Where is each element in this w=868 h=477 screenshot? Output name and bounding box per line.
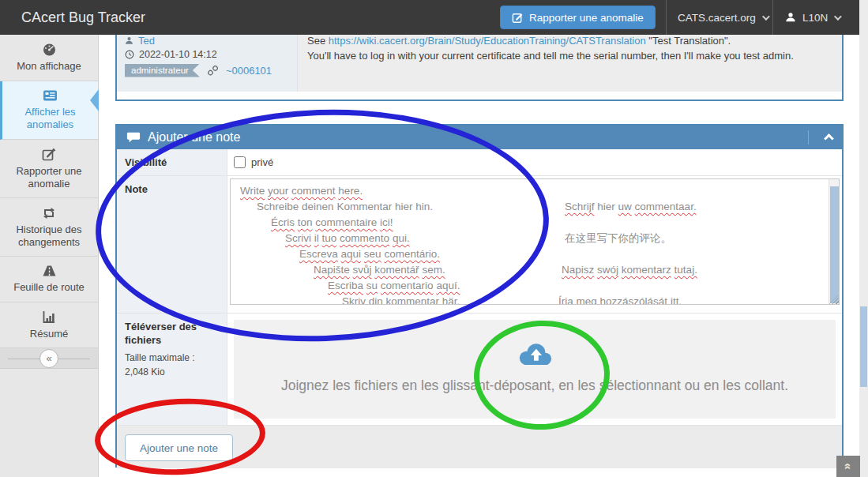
note-field-label: Note [117, 176, 227, 313]
add-note-submit-button[interactable]: Ajouter une note [125, 434, 233, 461]
chevron-up-icon [824, 133, 834, 144]
form-footer: Ajouter une note [117, 426, 842, 468]
scroll-to-top-button[interactable]: « [836, 456, 860, 477]
add-note-panel: Ajouter une note Visibilité privé Note W… [115, 124, 844, 468]
sidebar-item-change-history[interactable]: Historique des changements [0, 198, 98, 257]
user-dropdown-label: L10N [802, 12, 828, 24]
note-text-line2: You'll have to log in with your current … [307, 48, 832, 63]
user-icon [785, 12, 796, 23]
sidebar-item-report-issue[interactable]: Rapporter une anomalie [0, 140, 98, 198]
cloud-upload-icon [517, 342, 553, 368]
note-textarea[interactable]: Write your comment here.Schreibe deinen … [230, 178, 840, 305]
note-timestamp: 2022-01-10 14:12 [139, 49, 217, 60]
comment-icon [126, 131, 141, 144]
app-title: CAcert Bug Tracker [21, 0, 145, 35]
upload-max-size-value: 2,048 Kio [125, 366, 219, 379]
sidebar-item-label: Afficher les anomalies [6, 106, 95, 131]
sidebar-item-my-view[interactable]: Mon affichage [0, 35, 98, 81]
top-navbar: CAcert Bug Tracker Rapporter une anomali… [0, 0, 859, 35]
note-meta-column: Ted 2022-01-10 14:12 administrateur ~000… [117, 35, 298, 92]
link-icon [208, 66, 218, 76]
textarea-scrollbar-thumb[interactable] [830, 186, 839, 303]
textarea-scrollbar[interactable] [829, 179, 839, 305]
add-note-title: Ajouter une note [148, 130, 240, 145]
list-icon [43, 89, 58, 102]
private-checkbox-label[interactable]: privé [251, 156, 273, 168]
file-dropzone[interactable]: Joignez les fichiers en les glissant-dép… [234, 320, 836, 419]
upload-max-size-label: Taille maximale : [125, 351, 219, 365]
note-textarea-content: Write your comment here.Schreibe deinen … [231, 179, 839, 305]
chevron-down-icon [834, 13, 842, 21]
sidebar-item-view-issues[interactable]: Afficher les anomalies [0, 81, 98, 140]
sidebar-item-summary[interactable]: Résumé [0, 302, 98, 348]
navbar-divider [666, 0, 667, 35]
report-issue-label: Rapporter une anomalie [529, 12, 644, 24]
dropzone-text: Joignez les fichiers en les glissant-dép… [250, 374, 819, 396]
sidebar-item-label: Mon affichage [17, 60, 81, 73]
clock-icon [125, 50, 134, 59]
scroll-top-icon: « [842, 463, 855, 469]
active-item-notch [90, 89, 99, 111]
sidebar-item-label: Feuille de route [13, 281, 85, 294]
sidebar-collapse-toggle[interactable]: « [0, 348, 98, 369]
note-view-panel: Ted 2022-01-10 14:12 administrateur ~000… [115, 35, 844, 101]
note-text-line1: See https://wiki.cacert.org/Brain/Study/… [307, 35, 832, 48]
sidebar-item-label: Résumé [30, 328, 68, 340]
dashboard-icon [42, 43, 57, 56]
collapse-panel-button[interactable] [825, 133, 832, 145]
user-dropdown[interactable]: L10N [785, 0, 840, 35]
role-badge: administrateur [125, 64, 200, 77]
sidebar-item-label: Historique des changements [3, 223, 95, 249]
history-cycle-icon [42, 206, 56, 220]
divider [808, 130, 809, 145]
chevron-down-icon [762, 13, 770, 21]
upload-files-label: Téléverser des fichiers [125, 320, 219, 347]
project-dropdown-label: CATS.cacert.org [678, 12, 756, 24]
sidebar-item-label: Rapporter une anomalie [3, 165, 95, 190]
page-scrollbar[interactable] [859, 0, 868, 477]
private-checkbox[interactable] [234, 156, 246, 168]
road-icon [42, 265, 57, 277]
bar-chart-icon [42, 310, 56, 324]
project-dropdown[interactable]: CATS.cacert.org [678, 0, 768, 35]
report-issue-button[interactable]: Rapporter une anomalie [500, 6, 656, 29]
sidebar: Mon affichage Afficher les anomalies Rap… [0, 35, 99, 477]
collapse-icon: « [39, 349, 58, 368]
edit-icon [42, 148, 56, 161]
note-id-link[interactable]: ~0006101 [226, 65, 272, 77]
navbar-divider [772, 0, 773, 35]
note-author-link[interactable]: Ted [138, 35, 155, 47]
visibility-label: Visibilité [117, 149, 227, 175]
add-note-header: Ajouter une note [117, 126, 842, 149]
page-scrollbar-thumb[interactable] [860, 306, 867, 387]
note-body: See https://wiki.cacert.org/Brain/Study/… [298, 35, 842, 92]
user-icon [125, 36, 133, 45]
wiki-link[interactable]: https://wiki.cacert.org/Brain/Study/Educ… [329, 35, 646, 47]
edit-icon [512, 12, 524, 24]
sidebar-item-roadmap[interactable]: Feuille de route [0, 257, 98, 302]
